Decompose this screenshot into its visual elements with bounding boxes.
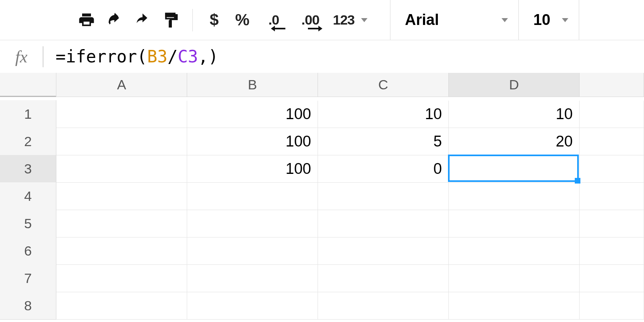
cell-B6[interactable] [187,237,318,265]
spreadsheet-grid[interactable]: A B C D 1 100 10 10 2 100 5 20 3 100 0 4… [0,73,644,320]
cell-A4[interactable] [56,183,187,210]
font-size-select[interactable]: 10 [519,0,579,40]
undo-button[interactable] [101,8,129,32]
formula-bar: fx =iferror(B3/C3,) [0,40,644,73]
cell-C8[interactable] [318,292,449,320]
fx-icon: fx [0,47,43,66]
cell-D6[interactable] [449,237,580,265]
col-header-extra[interactable] [579,73,644,97]
cell-D5[interactable] [449,210,580,237]
more-formats-label: 123 [333,12,355,28]
chevron-down-icon [502,18,508,22]
cell-C1[interactable]: 10 [318,101,449,128]
row-header-8[interactable]: 8 [0,292,56,320]
undo-icon [106,11,124,29]
cell-D7[interactable] [449,265,580,292]
col-header-C[interactable]: C [318,73,449,97]
cell-D4[interactable] [449,183,580,210]
select-all-corner[interactable] [0,73,56,97]
chevron-down-icon [361,18,367,22]
chevron-down-icon [562,18,568,22]
cell-E7[interactable] [580,265,644,292]
cell-B7[interactable] [187,265,318,292]
font-name-label: Arial [405,11,439,29]
cell-A8[interactable] [56,292,187,320]
cell-A6[interactable] [56,237,187,265]
cell-C6[interactable] [318,237,449,265]
row-header-2[interactable]: 2 [0,128,56,155]
decrease-decimal-icon: .0 [268,12,279,28]
cell-D2[interactable]: 20 [449,128,580,155]
percent-label: % [235,11,250,29]
currency-label: $ [210,11,219,29]
increase-decimal-button[interactable]: .00 [291,8,330,32]
formula-ref1: B3 [147,47,168,66]
cell-B2[interactable]: 100 [187,128,318,155]
row-header-3[interactable]: 3 [0,155,56,183]
cell-A7[interactable] [56,265,187,292]
percent-button[interactable]: % [228,8,256,32]
row-header-5[interactable]: 5 [0,210,56,237]
row-header-6[interactable]: 6 [0,237,56,265]
paint-format-button[interactable] [157,8,185,32]
redo-button[interactable] [129,8,157,32]
cell-D1[interactable]: 10 [449,101,580,128]
cell-C5[interactable] [318,210,449,237]
formula-suffix: ,) [198,47,219,66]
cell-A1[interactable] [56,101,187,128]
toolbar-group-number: $ % .0 .00 123 [200,0,374,40]
row-header-1[interactable]: 1 [0,100,56,128]
currency-button[interactable]: $ [200,8,228,32]
cell-C4[interactable] [318,183,449,210]
cell-E8[interactable] [580,292,644,320]
cell-E1[interactable] [580,101,644,128]
cell-A3[interactable] [56,155,187,183]
formula-ref2: C3 [178,47,198,66]
cell-D3[interactable] [449,155,580,183]
print-button[interactable] [72,8,101,32]
cell-B3[interactable]: 100 [187,155,318,183]
cell-E5[interactable] [580,210,644,237]
toolbar-separator [192,9,193,31]
cell-C7[interactable] [318,265,449,292]
col-header-D[interactable]: D [448,73,580,97]
cell-B1[interactable]: 100 [187,101,318,128]
formula-input[interactable]: =iferror(B3/C3,) [43,47,644,66]
font-select[interactable]: Arial [390,0,519,40]
redo-icon [134,11,152,29]
formula-prefix: =iferror( [56,47,147,66]
cell-C3[interactable]: 0 [318,155,449,183]
col-header-A[interactable]: A [56,73,187,97]
toolbar: $ % .0 .00 123 Arial 10 [0,0,644,40]
col-header-B[interactable]: B [187,73,318,97]
cell-C2[interactable]: 5 [318,128,449,155]
row-header-4[interactable]: 4 [0,182,56,210]
font-size-label: 10 [533,11,550,29]
cell-D8[interactable] [449,292,580,320]
cell-A2[interactable] [56,128,187,155]
print-icon [78,11,95,29]
row-header-7[interactable]: 7 [0,264,56,292]
increase-decimal-icon: .00 [301,12,319,28]
cell-B4[interactable] [187,183,318,210]
more-formats-button[interactable]: 123 [330,8,374,32]
cell-E4[interactable] [580,183,644,210]
cell-B5[interactable] [187,210,318,237]
toolbar-group-edit [72,0,185,40]
decrease-decimal-button[interactable]: .0 [256,8,291,32]
cell-E3[interactable] [580,155,644,183]
paint-roller-icon [162,11,180,29]
cell-A5[interactable] [56,210,187,237]
cell-E2[interactable] [580,128,644,155]
formula-op: / [167,47,178,66]
cell-E6[interactable] [580,237,644,265]
cell-B8[interactable] [187,292,318,320]
